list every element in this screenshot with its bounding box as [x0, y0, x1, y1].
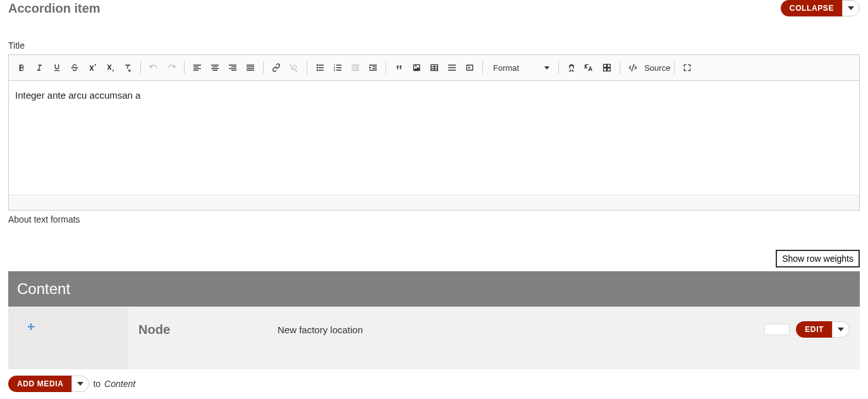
source-button-label[interactable]: Source [644, 63, 670, 73]
add-media-button[interactable]: ADD MEDIA [8, 376, 72, 392]
drag-handle-icon[interactable] [26, 322, 36, 335]
superscript-button[interactable] [83, 59, 101, 77]
align-justify-button[interactable] [241, 59, 259, 77]
language-button[interactable] [580, 59, 598, 77]
node-cell: Node New factory location EDIT [128, 307, 860, 369]
special-char-button[interactable] [563, 59, 580, 77]
format-dropdown[interactable]: Format [487, 60, 554, 75]
caret-down-icon [848, 6, 854, 10]
title-field-label: Title [8, 40, 860, 51]
node-type-label: Node [138, 322, 278, 337]
about-text-formats-link[interactable]: About text formats [8, 214, 80, 224]
toolbar-separator [386, 61, 386, 74]
toolbar-separator [184, 61, 185, 74]
table-button[interactable] [425, 59, 443, 77]
show-blocks-button[interactable] [598, 59, 616, 77]
format-dropdown-label: Format [493, 63, 519, 73]
remove-format-button[interactable] [119, 59, 137, 77]
toolbar-separator [307, 61, 307, 74]
image-button[interactable] [408, 59, 425, 77]
maximize-button[interactable] [678, 59, 696, 77]
node-title: New factory location [278, 324, 764, 335]
link-button[interactable] [267, 59, 285, 77]
align-center-button[interactable] [206, 59, 224, 77]
add-media-target: Content [104, 379, 135, 389]
underline-button[interactable] [48, 59, 66, 77]
toolbar-separator [482, 61, 483, 74]
bold-button[interactable] [13, 59, 30, 77]
toolbar-separator [140, 61, 141, 74]
media-embed-button[interactable] [461, 59, 479, 77]
node-actions: EDIT [764, 321, 850, 338]
edit-button[interactable]: EDIT [796, 321, 833, 338]
editor-footer [9, 195, 859, 210]
rich-text-editor: Format Source Integer ante arcu accumsan… [8, 54, 860, 211]
subscript-button[interactable] [101, 59, 119, 77]
add-media-dropdown-toggle[interactable] [71, 376, 89, 392]
editor-body[interactable]: Integer ante arcu accumsan a [9, 81, 859, 195]
horizontal-rule-button[interactable] [443, 59, 461, 77]
bullet-list-button[interactable] [311, 59, 329, 77]
toolbar-separator [674, 61, 675, 74]
add-media-to-text: to [93, 379, 101, 389]
caret-down-icon [544, 66, 549, 70]
content-section-header: Content [8, 271, 860, 307]
redo-button[interactable] [162, 59, 180, 77]
numbered-list-button[interactable] [329, 59, 346, 77]
editor-toolbar: Format Source [9, 55, 859, 81]
content-row: Node New factory location EDIT [8, 307, 860, 369]
accordion-item-title: Accordion item [8, 1, 101, 16]
collapse-button-group: COLLAPSE [781, 0, 860, 16]
source-button[interactable] [624, 59, 642, 77]
accordion-header: Accordion item COLLAPSE [8, 0, 860, 21]
drag-handle-cell [8, 307, 128, 369]
collapse-dropdown-toggle[interactable] [842, 0, 860, 16]
toolbar-separator [263, 61, 264, 74]
node-preview-thumb [764, 324, 790, 335]
edit-dropdown-toggle[interactable] [832, 321, 850, 338]
toolbar-separator [558, 61, 559, 74]
strikethrough-button[interactable] [66, 59, 83, 77]
indent-button[interactable] [364, 59, 382, 77]
align-right-button[interactable] [224, 59, 241, 77]
show-row-weights-button[interactable]: Show row weights [776, 250, 860, 267]
blockquote-button[interactable] [390, 59, 408, 77]
show-row-weights-row: Show row weights [8, 250, 860, 267]
italic-button[interactable] [30, 59, 48, 77]
caret-down-icon [77, 382, 83, 386]
toolbar-separator [620, 61, 620, 74]
add-media-row: ADD MEDIA to Content [8, 376, 860, 395]
unlink-button[interactable] [285, 59, 303, 77]
edit-button-group: EDIT [796, 321, 850, 338]
collapse-button[interactable]: COLLAPSE [781, 0, 843, 16]
undo-button[interactable] [145, 59, 162, 77]
outdent-button[interactable] [346, 59, 364, 77]
add-media-button-group: ADD MEDIA [8, 376, 89, 392]
align-left-button[interactable] [188, 59, 206, 77]
caret-down-icon [838, 328, 844, 331]
